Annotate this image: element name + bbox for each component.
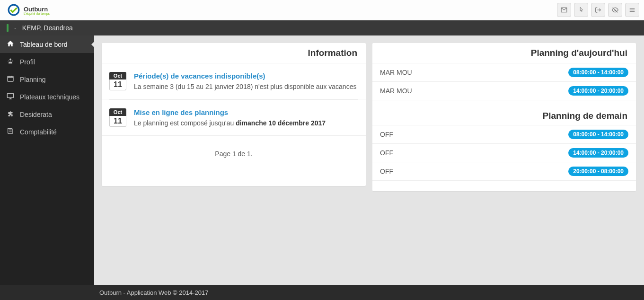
planning-panel: Planning d'aujourd'hui MAR MOU 08:00:00 … (372, 43, 636, 191)
info-item-title[interactable]: Période(s) de vacances indisponible(s) (134, 72, 358, 80)
user-sep: - (14, 24, 17, 32)
topbar-actions (557, 3, 639, 17)
info-item-desc: Le planning est composé jusqu'au dimanch… (134, 119, 358, 127)
sidebar-label: Profil (20, 58, 35, 66)
monitor-icon (7, 92, 14, 101)
planning-row: OFF 08:00:00 - 14:00:00 (372, 125, 636, 144)
planning-row: OFF 14:00:00 - 20:00:00 (372, 144, 636, 162)
planning-label: MAR MOU (380, 87, 412, 95)
sidebar-item-profile[interactable]: Profil (0, 53, 94, 71)
visibility-button[interactable] (608, 3, 622, 17)
planning-label: OFF (380, 149, 393, 157)
time-badge: 14:00:00 - 20:00:00 (568, 148, 628, 158)
logo-icon (8, 4, 20, 16)
sidebar-item-desiderata[interactable]: Desiderata (0, 106, 94, 123)
calendar-icon (7, 75, 14, 84)
planning-row: OFF 20:00:00 - 08:00:00 (372, 162, 636, 181)
planning-today-title: Planning d'aujourd'hui (372, 43, 636, 63)
svg-rect-2 (8, 76, 13, 81)
planning-row: MAR MOU 08:00:00 - 14:00:00 (372, 63, 636, 82)
user-name: KEMP, Deandrea (22, 24, 73, 32)
planning-label: OFF (380, 131, 393, 138)
content-area: Information Oct 11 Période(s) de vacance… (94, 35, 644, 285)
planning-label: MAR MOU (380, 69, 412, 76)
date-month: Oct (109, 72, 126, 79)
info-item-title[interactable]: Mise en ligne des plannings (134, 108, 358, 116)
pagination: Page 1 de 1. (102, 136, 366, 186)
sidebar: Tableau de bord Profil Planning Plateaux… (0, 35, 94, 285)
pointer-button[interactable] (574, 3, 588, 17)
status-indicator (7, 24, 9, 32)
date-badge: Oct 11 (109, 72, 126, 90)
date-month: Oct (109, 108, 126, 116)
sidebar-label: Comptabilité (20, 128, 57, 136)
home-icon (7, 40, 14, 49)
sidebar-label: Plateaux techniques (20, 93, 79, 101)
menu-button[interactable] (625, 3, 639, 17)
planning-row: MAR MOU 14:00:00 - 20:00:00 (372, 82, 636, 100)
sidebar-label: Desiderata (20, 111, 52, 118)
brand-tagline: L'équité du temps (24, 12, 50, 15)
user-header: - KEMP, Deandrea (0, 20, 644, 35)
information-title: Information (102, 43, 366, 63)
info-item: Oct 11 Mise en ligne des plannings Le pl… (102, 100, 366, 136)
date-day: 11 (109, 79, 126, 90)
sidebar-label: Tableau de bord (20, 41, 67, 48)
brand-logo[interactable]: Outburn L'équité du temps (5, 4, 50, 16)
time-badge: 20:00:00 - 08:00:00 (568, 167, 628, 176)
planning-label: OFF (380, 168, 393, 175)
sidebar-item-plateaux[interactable]: Plateaux techniques (0, 88, 94, 106)
sidebar-label: Planning (20, 76, 46, 83)
user-icon (7, 57, 14, 66)
book-icon (7, 127, 14, 136)
logout-button[interactable] (591, 3, 605, 17)
info-item-desc: La semaine 3 (du 15 au 21 janvier 2018) … (134, 83, 358, 90)
planning-tomorrow-title: Planning de demain (372, 100, 636, 125)
sidebar-item-dashboard[interactable]: Tableau de bord (0, 35, 94, 53)
sidebar-item-compta[interactable]: Comptabilité (0, 123, 94, 141)
puzzle-icon (7, 110, 14, 119)
time-badge: 08:00:00 - 14:00:00 (568, 130, 628, 139)
top-bar: Outburn L'équité du temps (0, 0, 644, 20)
sidebar-item-planning[interactable]: Planning (0, 71, 94, 88)
date-day: 11 (109, 116, 126, 127)
information-panel: Information Oct 11 Période(s) de vacance… (102, 43, 366, 186)
time-badge: 14:00:00 - 20:00:00 (568, 86, 628, 96)
svg-rect-3 (7, 94, 13, 98)
date-badge: Oct 11 (109, 108, 126, 127)
svg-point-1 (9, 59, 11, 61)
info-item: Oct 11 Période(s) de vacances indisponib… (102, 63, 366, 99)
footer: Outburn - Application Web © 2014-2017 (0, 285, 644, 300)
time-badge: 08:00:00 - 14:00:00 (568, 68, 628, 77)
footer-text: Outburn - Application Web © 2014-2017 (99, 289, 208, 296)
mail-button[interactable] (557, 3, 571, 17)
